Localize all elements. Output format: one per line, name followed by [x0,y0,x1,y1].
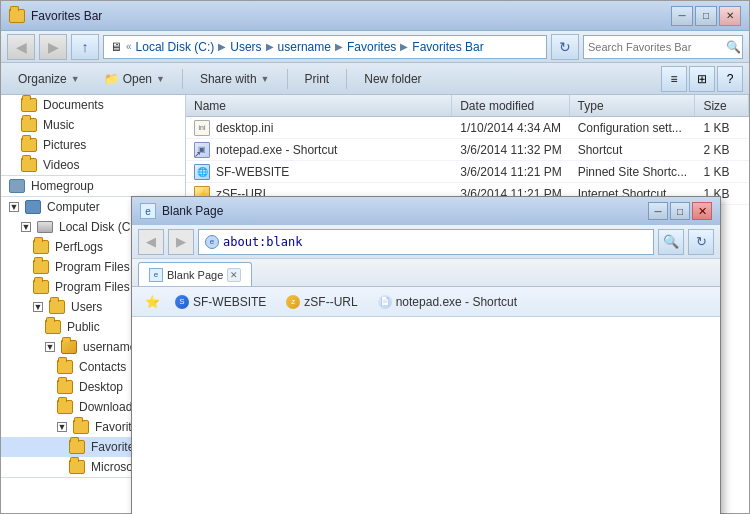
breadcrumb-bar: 🖥 « Local Disk (C:) ▶ Users ▶ username ▶… [103,35,547,59]
column-header-type[interactable]: Type [570,95,696,116]
new-folder-label: New folder [364,72,421,86]
back-button[interactable]: ◀ [7,34,35,60]
view-details-button[interactable]: ≡ [661,66,687,92]
file-name: desktop.ini [216,121,273,135]
close-button[interactable]: ✕ [719,6,741,26]
view-buttons: ≡ ⊞ ? [661,66,743,92]
organize-button[interactable]: Organize ▼ [7,66,91,92]
shortcut-icon: ▣ [194,142,210,158]
sidebar-label-username: username [83,340,136,354]
file-cell-type: Configuration sett... [570,117,696,138]
ie-window-title: Blank Page [162,204,223,218]
file-cell-type: Shortcut [570,139,696,160]
folder-icon [69,460,85,474]
search-box: 🔍 [583,35,743,59]
up-button[interactable]: ↑ [71,34,99,60]
folder-icon [33,260,49,274]
separator-1 [182,69,183,89]
title-bar: Favorites Bar ─ □ ✕ [1,1,749,31]
ie-title-left: e Blank Page [140,203,223,219]
ie-favbar-star-button[interactable]: ⭐ [140,291,164,313]
print-button[interactable]: Print [294,66,341,92]
ie-tab-close-button[interactable]: ✕ [227,268,241,282]
maximize-button[interactable]: □ [695,6,717,26]
column-header-date[interactable]: Date modified [452,95,569,116]
breadcrumb-users[interactable]: Users [230,40,261,54]
open-icon: 📁 [104,72,119,86]
breadcrumb-local-disk[interactable]: Local Disk (C:) [136,40,215,54]
sidebar-label-computer: Computer [47,200,100,214]
breadcrumb-username[interactable]: username [278,40,331,54]
expand-icon[interactable]: ▼ [45,342,55,352]
ie-address-text: about:blank [223,235,302,249]
sidebar-label-homegroup: Homegroup [31,179,94,193]
file-cell-date: 1/10/2014 4:34 AM [452,117,569,138]
ie-fav-item-sf-website[interactable]: S SF-WEBSITE [166,291,275,313]
folder-icon [49,300,65,314]
ini-icon: ini [194,120,210,136]
folder-icon [21,158,37,172]
sidebar-item-documents[interactable]: Documents [1,95,185,115]
ie-minimize-button[interactable]: ─ [648,202,668,220]
table-row[interactable]: ▣ notepad.exe - Shortcut 3/6/2014 11:32 … [186,139,749,161]
sidebar-item-videos[interactable]: Videos [1,155,185,175]
separator-3 [346,69,347,89]
sidebar-item-pictures[interactable]: Pictures [1,135,185,155]
ie-refresh-button[interactable]: ↻ [688,229,714,255]
ie-tab-label: Blank Page [167,269,223,281]
title-controls: ─ □ ✕ [671,6,741,26]
breadcrumb-favorites-bar[interactable]: Favorites Bar [412,40,483,54]
breadcrumb-icon: 🖥 [110,40,122,54]
window-icon [9,9,25,23]
expand-icon[interactable]: ▼ [9,202,19,212]
minimize-button[interactable]: ─ [671,6,693,26]
help-button[interactable]: ? [717,66,743,92]
folder-icon [57,400,73,414]
expand-icon[interactable]: ▼ [21,222,31,232]
print-label: Print [305,72,330,86]
sidebar-label-program-files-1: Program Files [55,260,130,274]
table-row[interactable]: 🌐 SF-WEBSITE 3/6/2014 11:21 PM Pinned Si… [186,161,749,183]
folder-icon [21,118,37,132]
expand-icon[interactable]: ▼ [57,422,67,432]
open-button[interactable]: 📁 Open ▼ [93,66,176,92]
ie-fav-item-notepad-shortcut[interactable]: 📄 notepad.exe - Shortcut [369,291,526,313]
folder-icon [33,280,49,294]
ie-title-controls: ─ □ ✕ [648,202,712,220]
search-input[interactable] [588,41,726,53]
file-name: SF-WEBSITE [216,165,289,179]
file-cell-name: ini desktop.ini [186,117,452,138]
ie-search-button[interactable]: 🔍 [658,229,684,255]
share-button[interactable]: Share with ▼ [189,66,281,92]
column-header-name[interactable]: Name [186,95,452,116]
refresh-button[interactable]: ↻ [551,34,579,60]
ie-maximize-button[interactable]: □ [670,202,690,220]
window-title: Favorites Bar [31,9,102,23]
network-icon [9,179,25,193]
table-row[interactable]: ini desktop.ini 1/10/2014 4:34 AM Config… [186,117,749,139]
file-cell-date: 3/6/2014 11:21 PM [452,161,569,182]
ie-fav-sf-label: SF-WEBSITE [193,295,266,309]
sidebar-item-homegroup[interactable]: Homegroup [1,176,185,196]
ie-tab-blank-page[interactable]: e Blank Page ✕ [138,262,252,286]
sidebar-favorites-section: Documents Music Pictures Videos [1,95,185,176]
expand-icon[interactable]: ▼ [33,302,43,312]
search-icon: 🔍 [726,40,741,54]
folder-icon [33,240,49,254]
ie-forward-button[interactable]: ▶ [168,229,194,255]
sidebar-item-music[interactable]: Music [1,115,185,135]
breadcrumb-favorites[interactable]: Favorites [347,40,396,54]
ie-close-button[interactable]: ✕ [692,202,712,220]
new-folder-button[interactable]: New folder [353,66,432,92]
column-header-size[interactable]: Size [695,95,749,116]
view-icons-button[interactable]: ⊞ [689,66,715,92]
ie-fav-item-zsfurl[interactable]: z zSF--URL [277,291,366,313]
folder-icon [57,360,73,374]
forward-button[interactable]: ▶ [39,34,67,60]
sidebar-label-perflogs: PerfLogs [55,240,103,254]
organize-label: Organize [18,72,67,86]
ie-back-button[interactable]: ◀ [138,229,164,255]
ie-address-bar[interactable]: e about:blank [198,229,654,255]
web-icon: 🌐 [194,164,210,180]
sidebar-label-users: Users [71,300,102,314]
